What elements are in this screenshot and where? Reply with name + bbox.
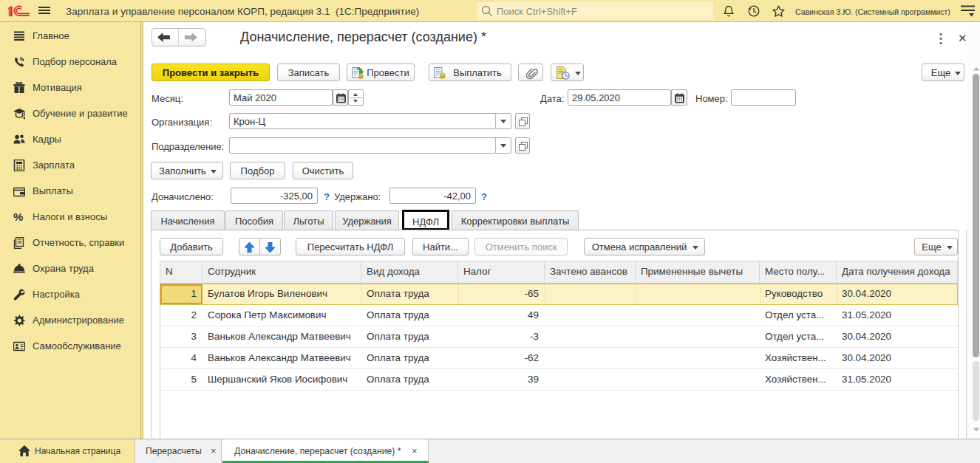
svg-text:%: % [13,211,23,223]
